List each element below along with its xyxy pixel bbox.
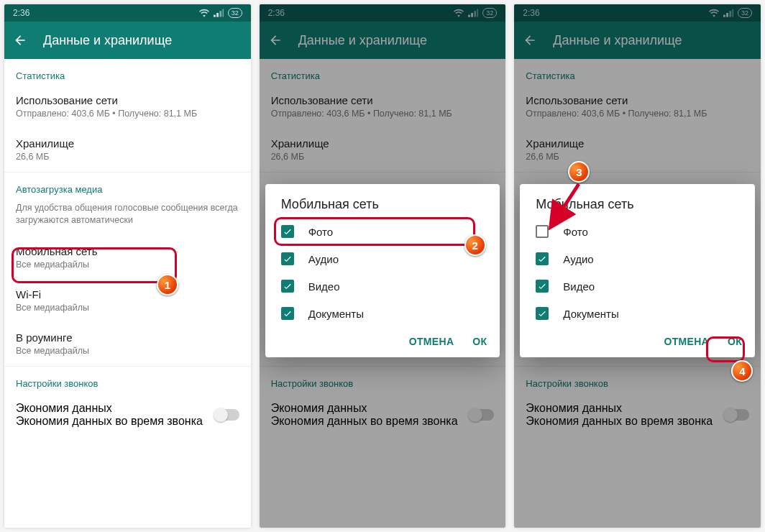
mobile-network-item[interactable]: Мобильная сеть Все медиафайлы: [4, 237, 251, 280]
wifi-icon: [454, 9, 464, 17]
checkbox-checked-icon[interactable]: [281, 252, 294, 265]
status-right: 32: [454, 8, 497, 18]
option-audio[interactable]: Аудио: [520, 245, 755, 272]
storage-item[interactable]: Хранилище 26,6 МБ: [4, 129, 251, 172]
option-docs[interactable]: Документы: [520, 300, 755, 327]
annotation-arrow-icon: [549, 180, 592, 230]
page-title: Данные и хранилище: [298, 33, 427, 48]
roaming-title: В роуминге: [16, 331, 239, 344]
status-right: 32: [709, 8, 752, 18]
status-bar: 2:36 32: [514, 4, 761, 22]
status-bar: 2:36 32: [4, 4, 251, 22]
phone-screen-2: 2:36 32 Данные и хранилище Статистика Ис…: [260, 4, 506, 528]
dialog-actions: ОТМЕНА ОК: [265, 327, 500, 354]
settings-content: Статистика Использование сети Отправлено…: [4, 59, 251, 528]
checkbox-checked-icon[interactable]: [536, 280, 549, 293]
cancel-button[interactable]: ОТМЕНА: [664, 336, 709, 347]
section-calls-label: Настройки звонков: [4, 367, 251, 393]
data-saver-item[interactable]: Экономия данных Экономия данных во время…: [514, 393, 761, 438]
data-saver-sub: Экономия данных во время звонка: [16, 415, 203, 428]
battery-badge: 32: [482, 8, 497, 18]
cancel-button[interactable]: ОТМЕНА: [409, 336, 454, 347]
app-bar: Данные и хранилище: [514, 22, 761, 59]
wifi-icon: [199, 9, 209, 17]
back-icon[interactable]: [523, 33, 537, 47]
roaming-item[interactable]: В роуминге Все медиафайлы: [4, 323, 251, 366]
annotation-marker-3: 3: [568, 161, 590, 183]
autodl-desc: Для удобства общения голосовые сообщения…: [4, 199, 251, 237]
section-stats-label: Статистика: [260, 59, 506, 86]
checkbox-unchecked-icon[interactable]: [536, 225, 549, 238]
status-right: 32: [199, 8, 242, 18]
signal-icon: [468, 9, 478, 17]
mobile-network-dialog: Мобильная сеть Фото Аудио Видео Документ…: [265, 184, 500, 357]
status-time: 2:36: [523, 8, 539, 18]
dialog-title: Мобильная сеть: [265, 184, 500, 218]
signal-icon: [723, 9, 733, 17]
annotation-marker-2: 2: [464, 234, 486, 256]
battery-badge: 32: [738, 8, 752, 18]
network-usage-item[interactable]: Использование сети Отправлено: 403,6 МБ …: [260, 86, 506, 129]
data-saver-item[interactable]: Экономия данных Экономия данных во время…: [260, 393, 506, 438]
data-saver-toggle[interactable]: [215, 409, 239, 421]
wifi-item[interactable]: Wi-Fi Все медиафайлы: [4, 280, 251, 323]
data-saver-item[interactable]: Экономия данных Экономия данных во время…: [4, 393, 251, 438]
phone-screen-3: 2:36 32 Данные и хранилище Статистика Ис…: [514, 4, 761, 528]
status-time: 2:36: [268, 8, 285, 18]
option-docs[interactable]: Документы: [265, 300, 500, 327]
page-title: Данные и хранилище: [43, 33, 172, 48]
back-icon[interactable]: [13, 33, 27, 47]
wifi-title: Wi-Fi: [16, 288, 239, 301]
storage-sub: 26,6 МБ: [16, 152, 239, 162]
storage-title: Хранилище: [16, 137, 239, 150]
wifi-sub: Все медиафайлы: [16, 303, 239, 313]
checkbox-checked-icon[interactable]: [281, 225, 294, 238]
mobile-network-sub: Все медиафайлы: [16, 260, 239, 270]
data-saver-toggle[interactable]: [469, 409, 494, 421]
status-time: 2:36: [13, 8, 29, 18]
option-video[interactable]: Видео: [265, 272, 500, 300]
network-usage-title: Использование сети: [16, 94, 239, 106]
signal-icon: [214, 9, 224, 17]
roaming-sub: Все медиафайлы: [16, 346, 239, 356]
network-usage-sub: Отправлено: 403,6 МБ • Получено: 81,1 МБ: [16, 109, 239, 119]
checkbox-checked-icon[interactable]: [536, 307, 549, 320]
app-bar: Данные и хранилище: [260, 22, 506, 59]
checkbox-checked-icon[interactable]: [536, 252, 549, 265]
ok-button[interactable]: ОК: [472, 336, 487, 347]
data-saver-toggle[interactable]: [725, 409, 749, 421]
phone-screen-1: 2:36 32 Данные и хранилище Статистика Ис…: [4, 4, 251, 528]
status-bar: 2:36 32: [260, 4, 506, 22]
back-icon[interactable]: [268, 33, 283, 47]
app-bar: Данные и хранилище: [4, 22, 251, 59]
annotation-marker-4: 4: [731, 360, 753, 382]
wifi-icon: [709, 9, 719, 17]
checkbox-checked-icon[interactable]: [281, 280, 294, 293]
ok-button[interactable]: ОК: [728, 336, 742, 347]
storage-item[interactable]: Хранилище 26,6 МБ: [260, 129, 506, 172]
section-autodl-label: Автозагрузка медиа: [4, 173, 251, 199]
mobile-network-title: Мобильная сеть: [16, 245, 239, 257]
checkbox-checked-icon[interactable]: [281, 307, 294, 320]
page-title: Данные и хранилище: [553, 33, 682, 48]
dialog-actions: ОТМЕНА ОК: [520, 327, 755, 354]
section-stats-label: Статистика: [4, 59, 251, 86]
annotation-marker-1: 1: [157, 274, 178, 295]
data-saver-title: Экономия данных: [16, 402, 203, 415]
option-video[interactable]: Видео: [520, 272, 755, 300]
network-usage-item[interactable]: Использование сети Отправлено: 403,6 МБ …: [4, 86, 251, 129]
battery-badge: 32: [228, 8, 242, 18]
storage-item[interactable]: Хранилище 26,6 МБ: [514, 129, 761, 172]
network-usage-item[interactable]: Использование сети Отправлено: 403,6 МБ …: [514, 86, 761, 129]
